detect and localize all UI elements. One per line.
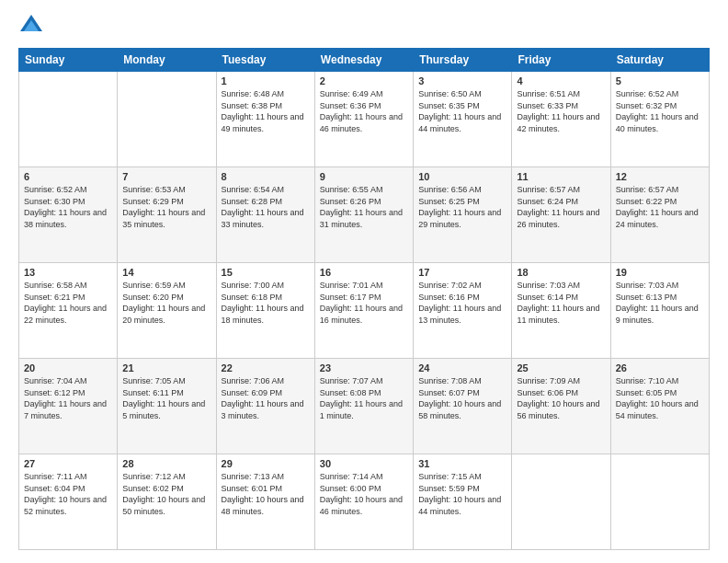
calendar-day-cell: 22Sunrise: 7:06 AMSunset: 6:09 PMDayligh… — [216, 359, 314, 454]
day-number: 21 — [122, 362, 210, 373]
day-number: 22 — [222, 362, 310, 373]
calendar-header-cell: Monday — [118, 49, 216, 72]
day-info: Sunrise: 6:48 AMSunset: 6:38 PMDaylight:… — [222, 89, 304, 133]
calendar-header-row: SundayMondayTuesdayWednesdayThursdayFrid… — [19, 49, 710, 72]
day-info: Sunrise: 7:09 AMSunset: 6:06 PMDaylight:… — [517, 376, 599, 420]
day-number: 17 — [418, 267, 506, 278]
calendar-header-cell: Friday — [512, 49, 610, 72]
day-info: Sunrise: 6:54 AMSunset: 6:28 PMDaylight:… — [222, 185, 304, 229]
day-number: 13 — [24, 267, 112, 278]
day-number: 16 — [320, 267, 408, 278]
day-info: Sunrise: 6:52 AMSunset: 6:30 PMDaylight:… — [24, 185, 107, 229]
day-number: 15 — [222, 267, 310, 278]
calendar-day-cell: 8Sunrise: 6:54 AMSunset: 6:28 PMDaylight… — [216, 167, 314, 263]
calendar-day-cell: 1Sunrise: 6:48 AMSunset: 6:38 PMDaylight… — [216, 72, 314, 167]
day-number: 19 — [616, 267, 704, 278]
day-info: Sunrise: 7:13 AMSunset: 6:01 PMDaylight:… — [222, 472, 304, 516]
calendar-day-cell: 28Sunrise: 7:12 AMSunset: 6:02 PMDayligh… — [118, 454, 216, 550]
calendar: SundayMondayTuesdayWednesdayThursdayFrid… — [18, 48, 710, 550]
day-info: Sunrise: 6:59 AMSunset: 6:20 PMDaylight:… — [122, 281, 205, 325]
calendar-day-cell: 21Sunrise: 7:05 AMSunset: 6:11 PMDayligh… — [118, 359, 216, 454]
day-number: 20 — [24, 362, 112, 373]
calendar-week-row: 1Sunrise: 6:48 AMSunset: 6:38 PMDaylight… — [19, 72, 710, 167]
day-info: Sunrise: 7:12 AMSunset: 6:02 PMDaylight:… — [122, 472, 205, 516]
calendar-day-cell: 12Sunrise: 6:57 AMSunset: 6:22 PMDayligh… — [610, 167, 709, 263]
day-info: Sunrise: 6:56 AMSunset: 6:25 PMDaylight:… — [418, 185, 501, 229]
calendar-day-cell: 23Sunrise: 7:07 AMSunset: 6:08 PMDayligh… — [314, 359, 413, 454]
calendar-week-row: 27Sunrise: 7:11 AMSunset: 6:04 PMDayligh… — [19, 454, 710, 550]
day-info: Sunrise: 6:58 AMSunset: 6:21 PMDaylight:… — [24, 281, 107, 325]
day-number: 24 — [418, 362, 506, 373]
calendar-day-cell: 18Sunrise: 7:03 AMSunset: 6:14 PMDayligh… — [512, 263, 610, 359]
day-number: 14 — [122, 267, 210, 278]
day-number: 11 — [517, 171, 605, 182]
day-number: 31 — [418, 458, 506, 469]
calendar-header-cell: Sunday — [19, 49, 118, 72]
day-info: Sunrise: 6:52 AMSunset: 6:32 PMDaylight:… — [616, 89, 699, 133]
calendar-day-cell — [118, 72, 216, 167]
calendar-day-cell: 2Sunrise: 6:49 AMSunset: 6:36 PMDaylight… — [314, 72, 413, 167]
calendar-day-cell: 17Sunrise: 7:02 AMSunset: 6:16 PMDayligh… — [414, 263, 512, 359]
calendar-day-cell: 9Sunrise: 6:55 AMSunset: 6:26 PMDaylight… — [314, 167, 413, 263]
calendar-day-cell: 30Sunrise: 7:14 AMSunset: 6:00 PMDayligh… — [314, 454, 413, 550]
calendar-header-cell: Thursday — [414, 49, 512, 72]
day-number: 29 — [222, 458, 310, 469]
day-info: Sunrise: 6:50 AMSunset: 6:35 PMDaylight:… — [418, 89, 501, 133]
day-info: Sunrise: 6:55 AMSunset: 6:26 PMDaylight:… — [320, 185, 403, 229]
day-number: 4 — [517, 75, 605, 86]
day-info: Sunrise: 6:51 AMSunset: 6:33 PMDaylight:… — [517, 89, 599, 133]
day-info: Sunrise: 6:57 AMSunset: 6:24 PMDaylight:… — [517, 185, 599, 229]
day-info: Sunrise: 7:04 AMSunset: 6:12 PMDaylight:… — [24, 376, 107, 420]
day-info: Sunrise: 7:03 AMSunset: 6:14 PMDaylight:… — [517, 281, 599, 325]
calendar-header-cell: Saturday — [610, 49, 709, 72]
day-number: 9 — [320, 171, 408, 182]
day-info: Sunrise: 7:03 AMSunset: 6:13 PMDaylight:… — [616, 281, 699, 325]
calendar-day-cell: 29Sunrise: 7:13 AMSunset: 6:01 PMDayligh… — [216, 454, 314, 550]
calendar-body: 1Sunrise: 6:48 AMSunset: 6:38 PMDaylight… — [19, 72, 710, 550]
day-number: 6 — [24, 171, 112, 182]
day-number: 26 — [616, 362, 704, 373]
calendar-week-row: 6Sunrise: 6:52 AMSunset: 6:30 PMDaylight… — [19, 167, 710, 263]
day-info: Sunrise: 7:02 AMSunset: 6:16 PMDaylight:… — [418, 281, 501, 325]
calendar-week-row: 20Sunrise: 7:04 AMSunset: 6:12 PMDayligh… — [19, 359, 710, 454]
calendar-week-row: 13Sunrise: 6:58 AMSunset: 6:21 PMDayligh… — [19, 263, 710, 359]
calendar-day-cell: 5Sunrise: 6:52 AMSunset: 6:32 PMDaylight… — [610, 72, 709, 167]
day-info: Sunrise: 7:05 AMSunset: 6:11 PMDaylight:… — [122, 376, 205, 420]
day-number: 2 — [320, 75, 408, 86]
calendar-day-cell: 25Sunrise: 7:09 AMSunset: 6:06 PMDayligh… — [512, 359, 610, 454]
day-number: 5 — [616, 75, 704, 86]
day-number: 7 — [122, 171, 210, 182]
calendar-day-cell: 10Sunrise: 6:56 AMSunset: 6:25 PMDayligh… — [414, 167, 512, 263]
day-number: 3 — [418, 75, 506, 86]
page: SundayMondayTuesdayWednesdayThursdayFrid… — [0, 0, 728, 563]
calendar-header-cell: Wednesday — [314, 49, 413, 72]
day-number: 10 — [418, 171, 506, 182]
day-number: 1 — [222, 75, 310, 86]
calendar-day-cell: 20Sunrise: 7:04 AMSunset: 6:12 PMDayligh… — [19, 359, 118, 454]
day-info: Sunrise: 7:01 AMSunset: 6:17 PMDaylight:… — [320, 281, 403, 325]
day-info: Sunrise: 7:00 AMSunset: 6:18 PMDaylight:… — [222, 281, 304, 325]
calendar-day-cell: 27Sunrise: 7:11 AMSunset: 6:04 PMDayligh… — [19, 454, 118, 550]
day-info: Sunrise: 7:15 AMSunset: 5:59 PMDaylight:… — [418, 472, 501, 516]
calendar-day-cell — [19, 72, 118, 167]
header — [18, 17, 710, 39]
calendar-day-cell: 14Sunrise: 6:59 AMSunset: 6:20 PMDayligh… — [118, 263, 216, 359]
day-number: 23 — [320, 362, 408, 373]
day-info: Sunrise: 7:11 AMSunset: 6:04 PMDaylight:… — [24, 472, 107, 516]
calendar-day-cell — [512, 454, 610, 550]
logo-icon — [18, 13, 44, 39]
logo — [18, 17, 48, 39]
day-info: Sunrise: 7:14 AMSunset: 6:00 PMDaylight:… — [320, 472, 403, 516]
day-info: Sunrise: 6:57 AMSunset: 6:22 PMDaylight:… — [616, 185, 699, 229]
calendar-day-cell: 24Sunrise: 7:08 AMSunset: 6:07 PMDayligh… — [414, 359, 512, 454]
calendar-day-cell: 19Sunrise: 7:03 AMSunset: 6:13 PMDayligh… — [610, 263, 709, 359]
day-info: Sunrise: 6:49 AMSunset: 6:36 PMDaylight:… — [320, 89, 403, 133]
day-info: Sunrise: 7:06 AMSunset: 6:09 PMDaylight:… — [222, 376, 304, 420]
calendar-day-cell: 13Sunrise: 6:58 AMSunset: 6:21 PMDayligh… — [19, 263, 118, 359]
day-number: 27 — [24, 458, 112, 469]
calendar-day-cell: 16Sunrise: 7:01 AMSunset: 6:17 PMDayligh… — [314, 263, 413, 359]
calendar-day-cell: 15Sunrise: 7:00 AMSunset: 6:18 PMDayligh… — [216, 263, 314, 359]
day-number: 18 — [517, 267, 605, 278]
day-info: Sunrise: 7:10 AMSunset: 6:05 PMDaylight:… — [616, 376, 699, 420]
day-number: 25 — [517, 362, 605, 373]
